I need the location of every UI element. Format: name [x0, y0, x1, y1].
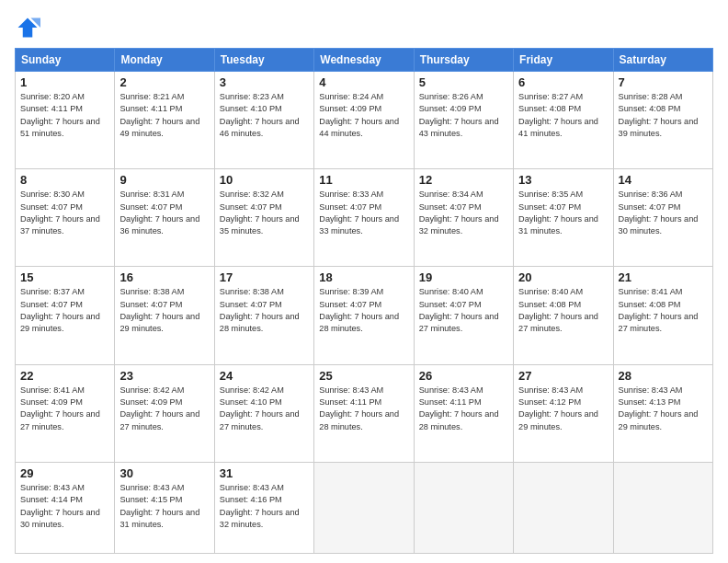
calendar-week-1: 1Sunrise: 8:20 AMSunset: 4:11 PMDaylight…: [16, 72, 713, 169]
day-header-sunday: Sunday: [16, 49, 115, 72]
day-number: 6: [518, 75, 608, 89]
cell-details: Sunrise: 8:21 AMSunset: 4:11 PMDaylight:…: [119, 91, 209, 140]
cell-details: Sunrise: 8:40 AMSunset: 4:08 PMDaylight:…: [518, 286, 608, 335]
day-number: 20: [518, 270, 608, 284]
cell-details: Sunrise: 8:43 AMSunset: 4:14 PMDaylight:…: [20, 482, 109, 531]
calendar-cell: 9Sunrise: 8:31 AMSunset: 4:07 PMDaylight…: [115, 169, 214, 267]
calendar-cell: 7Sunrise: 8:28 AMSunset: 4:08 PMDaylight…: [613, 72, 712, 169]
day-number: 3: [220, 75, 309, 89]
calendar-cell: 3Sunrise: 8:23 AMSunset: 4:10 PMDaylight…: [214, 72, 313, 169]
day-number: 27: [518, 369, 608, 383]
cell-details: Sunrise: 8:43 AMSunset: 4:16 PMDaylight:…: [220, 482, 309, 531]
calendar-cell: 4Sunrise: 8:24 AMSunset: 4:09 PMDaylight…: [314, 72, 414, 169]
day-number: 24: [220, 369, 309, 383]
calendar-cell: [314, 462, 414, 553]
day-number: 15: [20, 270, 109, 284]
day-number: 9: [119, 173, 209, 187]
cell-details: Sunrise: 8:43 AMSunset: 4:12 PMDaylight:…: [518, 385, 608, 433]
day-number: 19: [419, 270, 508, 284]
day-number: 31: [220, 466, 309, 480]
cell-details: Sunrise: 8:41 AMSunset: 4:08 PMDaylight:…: [619, 286, 708, 335]
cell-details: Sunrise: 8:43 AMSunset: 4:15 PMDaylight:…: [119, 482, 209, 531]
cell-details: Sunrise: 8:32 AMSunset: 4:07 PMDaylight:…: [220, 189, 309, 237]
cell-details: Sunrise: 8:43 AMSunset: 4:11 PMDaylight:…: [319, 385, 408, 433]
cell-details: Sunrise: 8:38 AMSunset: 4:07 PMDaylight:…: [220, 286, 309, 335]
day-number: 22: [20, 369, 109, 383]
day-number: 13: [518, 173, 608, 187]
cell-details: Sunrise: 8:38 AMSunset: 4:07 PMDaylight:…: [119, 286, 209, 335]
day-number: 7: [619, 75, 708, 89]
cell-details: Sunrise: 8:39 AMSunset: 4:07 PMDaylight:…: [319, 286, 408, 335]
calendar-cell: 29Sunrise: 8:43 AMSunset: 4:14 PMDayligh…: [16, 462, 115, 553]
calendar-cell: 18Sunrise: 8:39 AMSunset: 4:07 PMDayligh…: [314, 267, 414, 364]
cell-details: Sunrise: 8:42 AMSunset: 4:10 PMDaylight:…: [220, 385, 309, 433]
day-header-saturday: Saturday: [613, 49, 712, 72]
calendar-cell: 20Sunrise: 8:40 AMSunset: 4:08 PMDayligh…: [514, 267, 613, 364]
cell-details: Sunrise: 8:42 AMSunset: 4:09 PMDaylight:…: [119, 385, 209, 433]
day-number: 12: [419, 173, 508, 187]
calendar-cell: 14Sunrise: 8:36 AMSunset: 4:07 PMDayligh…: [613, 169, 712, 267]
calendar-cell: 25Sunrise: 8:43 AMSunset: 4:11 PMDayligh…: [314, 364, 414, 462]
day-number: 8: [20, 173, 109, 187]
day-number: 28: [619, 369, 708, 383]
calendar-cell: 11Sunrise: 8:33 AMSunset: 4:07 PMDayligh…: [314, 169, 414, 267]
day-header-wednesday: Wednesday: [314, 49, 414, 72]
calendar-cell: 17Sunrise: 8:38 AMSunset: 4:07 PMDayligh…: [214, 267, 313, 364]
calendar-cell: 30Sunrise: 8:43 AMSunset: 4:15 PMDayligh…: [115, 462, 214, 553]
day-number: 2: [119, 75, 209, 89]
calendar-cell: 16Sunrise: 8:38 AMSunset: 4:07 PMDayligh…: [115, 267, 214, 364]
calendar-cell: 13Sunrise: 8:35 AMSunset: 4:07 PMDayligh…: [514, 169, 613, 267]
calendar-cell: 23Sunrise: 8:42 AMSunset: 4:09 PMDayligh…: [115, 364, 214, 462]
cell-details: Sunrise: 8:36 AMSunset: 4:07 PMDaylight:…: [619, 189, 708, 237]
calendar-cell: 8Sunrise: 8:30 AMSunset: 4:07 PMDaylight…: [16, 169, 115, 267]
calendar-cell: 5Sunrise: 8:26 AMSunset: 4:09 PMDaylight…: [414, 72, 513, 169]
calendar-cell: [613, 462, 712, 553]
calendar-week-3: 15Sunrise: 8:37 AMSunset: 4:07 PMDayligh…: [16, 267, 713, 364]
calendar-cell: 10Sunrise: 8:32 AMSunset: 4:07 PMDayligh…: [214, 169, 313, 267]
cell-details: Sunrise: 8:43 AMSunset: 4:13 PMDaylight:…: [619, 385, 708, 433]
calendar-cell: 1Sunrise: 8:20 AMSunset: 4:11 PMDaylight…: [16, 72, 115, 169]
calendar-cell: 28Sunrise: 8:43 AMSunset: 4:13 PMDayligh…: [613, 364, 712, 462]
cell-details: Sunrise: 8:23 AMSunset: 4:10 PMDaylight:…: [220, 91, 309, 140]
cell-details: Sunrise: 8:35 AMSunset: 4:07 PMDaylight:…: [518, 189, 608, 237]
day-number: 30: [119, 466, 209, 480]
day-number: 21: [619, 270, 708, 284]
calendar-cell: [414, 462, 513, 553]
calendar-cell: 24Sunrise: 8:42 AMSunset: 4:10 PMDayligh…: [214, 364, 313, 462]
cell-details: Sunrise: 8:30 AMSunset: 4:07 PMDaylight:…: [20, 189, 109, 237]
calendar-cell: 15Sunrise: 8:37 AMSunset: 4:07 PMDayligh…: [16, 267, 115, 364]
calendar-cell: 6Sunrise: 8:27 AMSunset: 4:08 PMDaylight…: [514, 72, 613, 169]
day-header-thursday: Thursday: [414, 49, 513, 72]
calendar-header-row: SundayMondayTuesdayWednesdayThursdayFrid…: [16, 49, 713, 72]
cell-details: Sunrise: 8:43 AMSunset: 4:11 PMDaylight:…: [419, 385, 508, 433]
cell-details: Sunrise: 8:27 AMSunset: 4:08 PMDaylight:…: [518, 91, 608, 140]
cell-details: Sunrise: 8:26 AMSunset: 4:09 PMDaylight:…: [419, 91, 508, 140]
calendar-cell: 21Sunrise: 8:41 AMSunset: 4:08 PMDayligh…: [613, 267, 712, 364]
day-header-monday: Monday: [115, 49, 214, 72]
header: [15, 15, 713, 40]
cell-details: Sunrise: 8:37 AMSunset: 4:07 PMDaylight:…: [20, 286, 109, 335]
day-number: 10: [220, 173, 309, 187]
day-number: 25: [319, 369, 408, 383]
calendar-cell: 12Sunrise: 8:34 AMSunset: 4:07 PMDayligh…: [414, 169, 513, 267]
calendar-week-4: 22Sunrise: 8:41 AMSunset: 4:09 PMDayligh…: [16, 364, 713, 462]
day-header-friday: Friday: [514, 49, 613, 72]
day-number: 26: [419, 369, 508, 383]
day-number: 14: [619, 173, 708, 187]
calendar-cell: 31Sunrise: 8:43 AMSunset: 4:16 PMDayligh…: [214, 462, 313, 553]
day-number: 16: [119, 270, 209, 284]
calendar-cell: 2Sunrise: 8:21 AMSunset: 4:11 PMDaylight…: [115, 72, 214, 169]
calendar-table: SundayMondayTuesdayWednesdayThursdayFrid…: [15, 48, 713, 554]
cell-details: Sunrise: 8:20 AMSunset: 4:11 PMDaylight:…: [20, 91, 109, 140]
cell-details: Sunrise: 8:34 AMSunset: 4:07 PMDaylight:…: [419, 189, 508, 237]
calendar-cell: 19Sunrise: 8:40 AMSunset: 4:07 PMDayligh…: [414, 267, 513, 364]
calendar-cell: 22Sunrise: 8:41 AMSunset: 4:09 PMDayligh…: [16, 364, 115, 462]
cell-details: Sunrise: 8:33 AMSunset: 4:07 PMDaylight:…: [319, 189, 408, 237]
logo: [15, 15, 44, 40]
day-number: 29: [20, 466, 109, 480]
day-number: 5: [419, 75, 508, 89]
cell-details: Sunrise: 8:40 AMSunset: 4:07 PMDaylight:…: [419, 286, 508, 335]
day-number: 17: [220, 270, 309, 284]
calendar-cell: 26Sunrise: 8:43 AMSunset: 4:11 PMDayligh…: [414, 364, 513, 462]
day-number: 4: [319, 75, 408, 89]
